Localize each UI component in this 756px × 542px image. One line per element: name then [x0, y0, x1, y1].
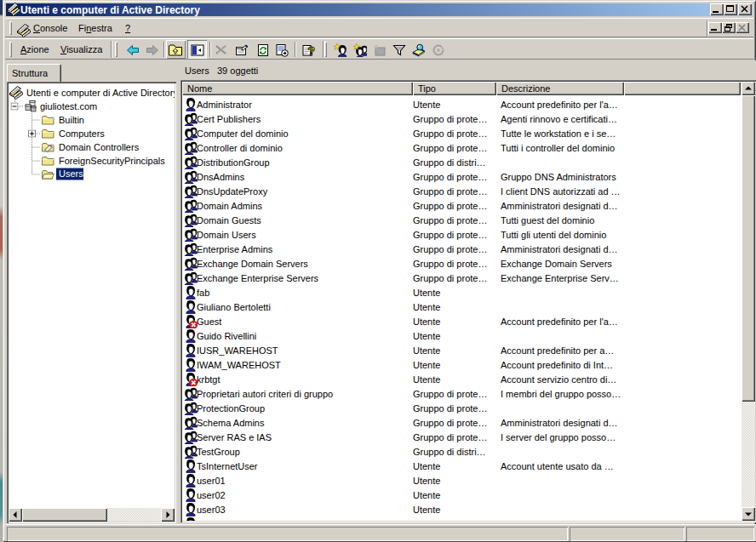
svg-text:Domain Controllers: Domain Controllers: [59, 142, 140, 152]
svg-text:Users: Users: [59, 168, 83, 179]
svg-text:giuliotest.com: giuliotest.com: [40, 101, 97, 111]
svg-text:Utenti e computer di Active Di: Utenti e computer di Active Directory: [26, 88, 175, 98]
svg-text:Computers: Computers: [59, 128, 105, 139]
svg-text:Builtin: Builtin: [59, 115, 84, 125]
svg-text:ForeignSecurityPrincipals: ForeignSecurityPrincipals: [59, 156, 165, 166]
